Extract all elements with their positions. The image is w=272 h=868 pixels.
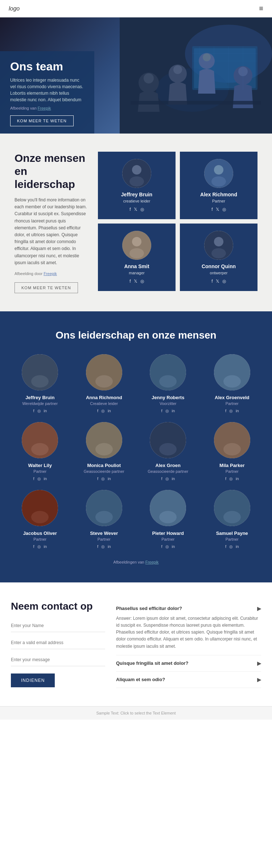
jeffrey-facebook[interactable]: f	[129, 207, 131, 212]
member-avatar-4	[22, 422, 58, 458]
member-name-5: Monica Pouliot	[87, 463, 121, 468]
contact-submit-button[interactable]: INDIENEN	[11, 673, 55, 687]
alex-instagram[interactable]: ◎	[222, 207, 226, 212]
member-instagram-4[interactable]: ◎	[37, 476, 41, 481]
member-instagram-6[interactable]: ◎	[165, 476, 169, 481]
anna-avatar	[122, 231, 151, 260]
member-facebook-8[interactable]: f	[33, 544, 34, 549]
member-linkedin-4[interactable]: in	[44, 476, 47, 481]
member-avatar-8	[22, 490, 58, 526]
connor-name: Connor Quinn	[202, 263, 236, 269]
connor-instagram[interactable]: ◎	[222, 279, 226, 284]
svg-point-23	[129, 176, 144, 187]
member-name-4: Walter Lily	[28, 463, 52, 468]
anna-instagram[interactable]: ◎	[140, 279, 144, 284]
member-facebook-3[interactable]: f	[225, 409, 226, 413]
member-facebook-1[interactable]: f	[97, 409, 98, 413]
faq-question-0[interactable]: Phasellus sed efficitur dolor? ▶	[116, 606, 261, 611]
member-instagram-2[interactable]: ◎	[165, 409, 169, 413]
member-linkedin-2[interactable]: in	[172, 409, 175, 413]
member-linkedin-8[interactable]: in	[44, 544, 47, 549]
footer-text: Sample Text: Click to select the Text El…	[96, 711, 176, 715]
contact-title: Neem contact op	[11, 601, 105, 612]
svg-point-31	[214, 237, 223, 246]
member-socials-9: f ◎ in	[97, 544, 111, 549]
dark-credit-link[interactable]: Freepik	[145, 560, 159, 564]
member-instagram-3[interactable]: ◎	[229, 409, 233, 413]
member-instagram-8[interactable]: ◎	[37, 544, 41, 549]
people-scene	[120, 17, 272, 134]
faq-question-1[interactable]: Quisque fringilla sit amet dolor? ▶	[116, 660, 261, 666]
member-facebook-2[interactable]: f	[161, 409, 162, 413]
contact-name-input[interactable]	[11, 619, 105, 632]
member-instagram-5[interactable]: ◎	[101, 476, 105, 481]
member-socials-11: f ◎ in	[225, 544, 239, 549]
faq-item-0: Phasellus sed efficitur dolor? ▶ Answer:…	[116, 601, 261, 655]
hero-button[interactable]: KOM MEER TE WETEN	[10, 115, 74, 126]
member-facebook-4[interactable]: f	[33, 476, 34, 481]
member-facebook-10[interactable]: f	[161, 544, 162, 549]
member-role-7: Partner	[226, 469, 239, 474]
contact-email-input[interactable]	[11, 636, 105, 649]
anna-twitter[interactable]: 𝕏	[134, 279, 137, 284]
member-linkedin-11[interactable]: in	[236, 544, 239, 549]
team-member-1: Anna Richmond Creatieve leider f ◎ in	[75, 354, 133, 413]
alex-twitter[interactable]: 𝕏	[216, 207, 219, 212]
svg-point-50	[95, 443, 113, 455]
faq-question-2[interactable]: Aliquam et sem odio? ▶	[116, 677, 261, 683]
leadership-button[interactable]: KOM MEER TE WETEN	[15, 282, 78, 293]
anna-role: manager	[129, 271, 144, 275]
hero-credit-link[interactable]: Freepik	[38, 106, 51, 110]
member-linkedin-6[interactable]: in	[172, 476, 175, 481]
anna-facebook[interactable]: f	[129, 279, 131, 284]
member-linkedin-1[interactable]: in	[108, 409, 111, 413]
hero-section: Ons team Ultrices leo integer malesuada …	[0, 17, 272, 134]
member-linkedin-0[interactable]: in	[44, 409, 47, 413]
svg-point-65	[159, 511, 177, 523]
member-facebook-9[interactable]: f	[97, 544, 98, 549]
jeffrey-instagram[interactable]: ◎	[140, 207, 144, 212]
member-linkedin-3[interactable]: in	[236, 409, 239, 413]
team-member-7: Mila Parker Partner f ◎ in	[203, 422, 261, 481]
dark-team-title: Ons leiderschap en onze mensen	[11, 329, 261, 341]
team-member-8: Jacobus Oliver Partner f ◎ in	[11, 490, 69, 549]
team-card-connor: Connor Quinn ontwerper f 𝕏 ◎	[180, 224, 257, 291]
member-socials-3: f ◎ in	[225, 409, 239, 413]
leadership-left: Onze mensen en leiderschap Below you'll …	[15, 152, 87, 293]
leadership-credit-link[interactable]: Freepik	[44, 271, 57, 276]
member-facebook-6[interactable]: f	[161, 476, 162, 481]
member-avatar-5	[86, 422, 122, 458]
member-facebook-5[interactable]: f	[97, 476, 98, 481]
jeffrey-twitter[interactable]: 𝕏	[134, 207, 137, 212]
dark-credit: Afbeeldingen van Freepik	[11, 560, 261, 564]
connor-role: ontwerper	[210, 271, 228, 275]
member-linkedin-10[interactable]: in	[172, 544, 175, 549]
member-instagram-7[interactable]: ◎	[229, 476, 233, 481]
connor-twitter[interactable]: 𝕏	[216, 279, 219, 284]
svg-point-28	[132, 237, 141, 246]
member-name-10: Pieter Howard	[152, 531, 184, 536]
hero-title: Ons team	[10, 60, 84, 73]
member-instagram-1[interactable]: ◎	[101, 409, 105, 413]
member-linkedin-9[interactable]: in	[108, 544, 111, 549]
member-socials-6: f ◎ in	[161, 476, 175, 481]
member-instagram-0[interactable]: ◎	[37, 409, 41, 413]
member-name-1: Anna Richmond	[86, 395, 122, 400]
member-facebook-7[interactable]: f	[225, 476, 226, 481]
member-instagram-10[interactable]: ◎	[165, 544, 169, 549]
member-facebook-11[interactable]: f	[225, 544, 226, 549]
contact-message-input[interactable]	[11, 654, 105, 666]
faq-section: Phasellus sed efficitur dolor? ▶ Answer:…	[116, 601, 261, 688]
faq-arrow-2: ▶	[257, 677, 261, 683]
alex-facebook[interactable]: f	[211, 207, 213, 212]
svg-point-8	[173, 65, 182, 74]
member-instagram-11[interactable]: ◎	[229, 544, 233, 549]
hamburger-menu[interactable]: ≡	[259, 4, 263, 13]
connor-facebook[interactable]: f	[211, 279, 213, 284]
member-linkedin-7[interactable]: in	[236, 476, 239, 481]
faq-question-text-2: Aliquam et sem odio?	[116, 677, 165, 682]
member-linkedin-5[interactable]: in	[108, 476, 111, 481]
team-card-anna: Anna Smit manager f 𝕏 ◎	[98, 224, 176, 291]
member-facebook-0[interactable]: f	[33, 409, 34, 413]
member-instagram-9[interactable]: ◎	[101, 544, 105, 549]
